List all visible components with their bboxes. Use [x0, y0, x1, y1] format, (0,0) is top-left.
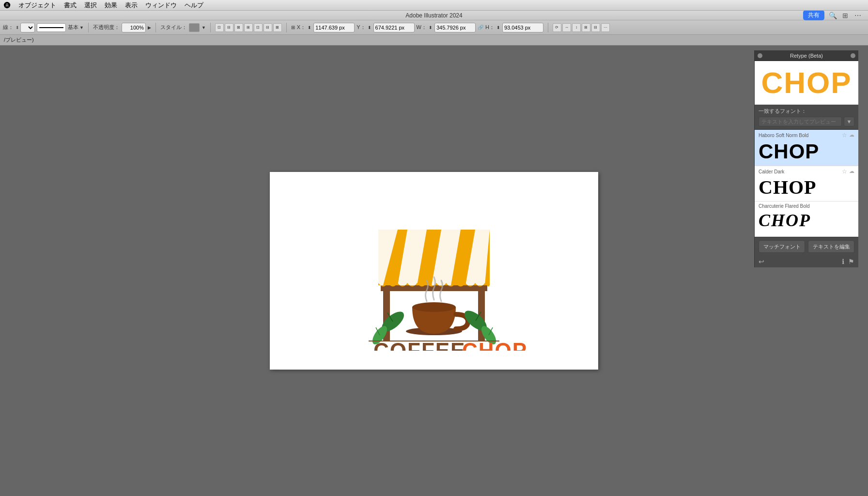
transform-icon-5[interactable]: ⊟ — [591, 23, 600, 32]
toolbar: 線： ⬍ 基本 ▼ 不透明度： ▶ スタイル： ▼ ⊡ ⊟ ⊠ ⊞ ⊡ ⊟ ⊠ — [0, 20, 868, 35]
menu-object[interactable]: オブジェクト — [18, 1, 56, 10]
menu-window[interactable]: ウィンドウ — [145, 1, 177, 10]
opacity-group: 不透明度： ▶ — [93, 23, 151, 32]
align-icon-7[interactable]: ⊠ — [273, 23, 282, 32]
stroke-group: 線： ⬍ 基本 ▼ — [3, 23, 84, 32]
separator-2 — [155, 23, 156, 32]
more-icon[interactable]: ⋯ — [853, 11, 862, 20]
font-list[interactable]: Haboro Soft Norm Bold ☆ ☁ CHOP Calder Da… — [755, 130, 858, 237]
y-updown-icon[interactable]: ⬍ — [368, 25, 372, 30]
grid-icon[interactable]: ⊞ — [841, 11, 850, 20]
info-icon[interactable]: ℹ — [842, 258, 844, 265]
menu-bar: 🅐 オブジェクト 書式 選択 効果 表示 ウィンドウ ヘルプ — [0, 0, 868, 11]
x-label: X： — [297, 24, 306, 31]
retype-panel: ✕ Retype (Beta) CHOP 一致するフォント： ▼ Haboro … — [754, 50, 858, 267]
panel-controls: 一致するフォント： ▼ — [755, 105, 858, 130]
font-item-charcuterie-header: Charcuterie Flared Bold — [755, 202, 858, 210]
star-icon-haboro[interactable]: ☆ — [842, 132, 847, 139]
font-item-charcuterie[interactable]: Charcuterie Flared Bold CHOP — [755, 202, 858, 237]
chop-preview-area: CHOP — [755, 61, 858, 105]
panel-titlebar: ✕ Retype (Beta) — [755, 50, 858, 61]
align-icon-4[interactable]: ⊞ — [244, 23, 253, 32]
matching-fonts-label: 一致するフォント： — [759, 108, 854, 115]
filter-button[interactable]: ▼ — [844, 117, 854, 126]
menu-help[interactable]: ヘルプ — [185, 1, 203, 10]
style-dropdown-icon[interactable]: ▼ — [202, 25, 206, 30]
panel-title: Retype (Beta) — [762, 53, 851, 59]
style-group: スタイル： ▼ — [160, 23, 206, 32]
cloud-icon-calder[interactable]: ☁ — [849, 168, 854, 175]
link-icon[interactable]: 🔗 — [478, 25, 483, 30]
settings-icon[interactable]: ⚑ — [848, 258, 854, 265]
share-button[interactable]: 共有 — [803, 10, 824, 20]
search-icon[interactable]: 🔍 — [828, 11, 837, 20]
preview-input-row: ▼ — [759, 117, 854, 126]
match-font-button[interactable]: マッチフォント — [759, 240, 805, 253]
stroke-type-select[interactable] — [20, 23, 35, 32]
font-chop-preview-calder: CHOP — [755, 176, 858, 201]
menu-view[interactable]: 表示 — [125, 1, 138, 10]
stroke-dropdown-icon[interactable]: ▼ — [79, 25, 84, 30]
panel-bottom-buttons: マッチフォント テキストを編集 — [755, 237, 858, 256]
x-value-input[interactable] — [313, 23, 355, 32]
font-item-haboro[interactable]: Haboro Soft Norm Bold ☆ ☁ CHOP — [755, 130, 858, 166]
menu-format[interactable]: 書式 — [64, 1, 77, 10]
edit-text-button[interactable]: テキストを編集 — [808, 240, 854, 253]
undo-icon[interactable]: ↩ — [759, 258, 764, 265]
font-item-calder-header: Calder Dark ☆ ☁ — [755, 166, 858, 176]
svg-text:COFFEE: COFFEE — [373, 339, 465, 351]
h-value-input[interactable] — [502, 23, 543, 32]
h-updown-icon[interactable]: ⬍ — [496, 25, 500, 30]
star-icon-calder[interactable]: ☆ — [842, 168, 847, 175]
w-value-input[interactable] — [434, 23, 476, 32]
align-icon-3[interactable]: ⊠ — [234, 23, 243, 32]
align-icon-2[interactable]: ⊟ — [225, 23, 233, 32]
preview-label: /プレビュー) — [4, 36, 34, 44]
h-label: H： — [485, 24, 495, 31]
align-icon-6[interactable]: ⊟ — [264, 23, 272, 32]
font-name-charcuterie: Charcuterie Flared Bold — [759, 203, 810, 209]
transform-icon-2[interactable]: ↔ — [562, 23, 571, 32]
logo-area: COFFEE CHOP 🐦 — [270, 172, 598, 370]
x-updown-icon[interactable]: ⬍ — [308, 25, 311, 30]
y-value-input[interactable] — [373, 23, 415, 32]
transform-icons-group: ⟳ ↔ ↕ ⊞ ⊟ ⋯ — [553, 23, 610, 32]
app-logo: 🅐 — [4, 1, 11, 9]
font-item-calder[interactable]: Calder Dark ☆ ☁ CHOP — [755, 166, 858, 202]
panel-close-button[interactable]: ✕ — [758, 53, 762, 58]
align-icon-1[interactable]: ⊡ — [215, 23, 224, 32]
separator-4 — [286, 23, 287, 32]
align-icons-group: ⊡ ⊟ ⊠ ⊞ ⊡ ⊟ ⊠ — [215, 23, 282, 32]
preview-text-input[interactable] — [759, 117, 842, 126]
panel-expand-button[interactable] — [851, 53, 855, 58]
style-label: スタイル： — [160, 24, 187, 31]
opacity-arrow[interactable]: ▶ — [148, 25, 151, 30]
align-icon-5[interactable]: ⊡ — [254, 23, 263, 32]
y-label: Y： — [356, 24, 365, 31]
w-updown-icon[interactable]: ⬍ — [429, 25, 433, 30]
font-name-calder: Calder Dark — [759, 169, 784, 174]
svg-text:CHOP: CHOP — [462, 339, 527, 351]
main-area: COFFEE CHOP 🐦 ✕ Retype (Be — [0, 46, 868, 496]
font-item-calder-actions: ☆ ☁ — [842, 168, 854, 175]
artboard: COFFEE CHOP 🐦 — [270, 172, 598, 370]
sub-toolbar: /プレビュー) — [0, 35, 868, 46]
coords-group: ⊞ X： ⬍ Y： ⬍ W： ⬍ 🔗 H： ⬍ — [291, 23, 543, 32]
transform-icon-1[interactable]: ⟳ — [553, 23, 561, 32]
menu-effect[interactable]: 効果 — [105, 1, 117, 10]
style-color-swatch[interactable] — [189, 23, 200, 32]
panel-footer-right: ℹ ⚑ — [842, 258, 854, 265]
transform-icon-4[interactable]: ⊞ — [582, 23, 590, 32]
w-label: W： — [417, 24, 427, 31]
font-chop-preview-haboro: CHOP — [755, 140, 858, 166]
font-name-haboro: Haboro Soft Norm Bold — [759, 133, 808, 138]
more-options-icon[interactable]: ⋯ — [601, 23, 610, 32]
cloud-icon-haboro[interactable]: ☁ — [849, 132, 854, 139]
canvas-area[interactable]: COFFEE CHOP 🐦 — [0, 46, 868, 496]
separator-1 — [88, 23, 89, 32]
opacity-input[interactable] — [122, 23, 146, 32]
app-title: Adobe Illustrator 2024 — [405, 12, 462, 19]
menu-select[interactable]: 選択 — [84, 1, 97, 10]
stroke-up-down[interactable]: ⬍ — [16, 25, 19, 30]
transform-icon-3[interactable]: ↕ — [572, 23, 581, 32]
